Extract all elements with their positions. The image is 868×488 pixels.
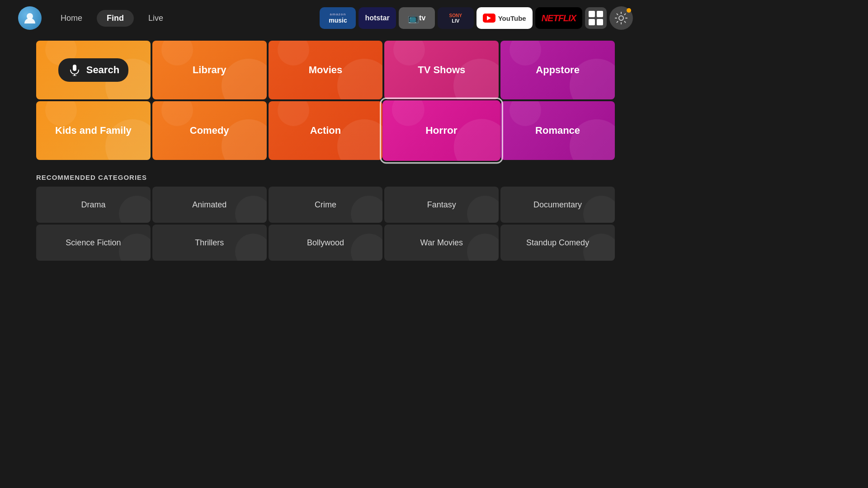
recommended-grid: Drama Animated Crime Fantasy Documentary… [36, 187, 615, 261]
app-hotstar[interactable]: hotstar [359, 7, 396, 29]
rec-tile-war-movies[interactable]: War Movies [384, 225, 499, 261]
nav-find[interactable]: Find [97, 10, 134, 27]
youtube-icon [483, 14, 495, 23]
tile-comedy[interactable]: Comedy [152, 101, 267, 160]
top-nav: Home Find Live amazon music hotstar 📺 tv… [0, 0, 651, 36]
hotstar-label: hotstar [365, 14, 389, 22]
thrillers-label: Thrillers [195, 238, 224, 248]
library-label: Library [193, 64, 226, 76]
tile-search[interactable]: Search [36, 41, 151, 99]
tile-horror[interactable]: Horror [383, 100, 500, 161]
drama-label: Drama [81, 200, 105, 210]
rec-tile-bollywood[interactable]: Bollywood [269, 225, 383, 261]
grid-cell-3 [589, 19, 595, 25]
action-label: Action [310, 125, 341, 136]
category-grid: Search Library Movies TV Shows Appstore … [36, 41, 615, 160]
search-button[interactable]: Search [58, 58, 128, 82]
romance-label: Romance [535, 125, 580, 136]
youtube-label: YouTube [498, 14, 526, 22]
amazon-bottom-label: music [329, 17, 347, 24]
app-amazon-music[interactable]: amazon music [320, 7, 356, 29]
sony-label: SONY [449, 13, 462, 18]
tile-library[interactable]: Library [152, 41, 267, 99]
mic-icon [67, 63, 82, 77]
settings-button[interactable] [609, 6, 633, 30]
rec-tile-documentary[interactable]: Documentary [500, 187, 615, 223]
tv-text: tv [419, 14, 425, 22]
tile-tvshows[interactable]: TV Shows [384, 41, 499, 99]
recommended-title: RECOMMENDED CATEGORIES [36, 174, 615, 181]
movies-label: Movies [309, 64, 343, 76]
fantasy-label: Fantasy [427, 200, 456, 210]
grid-cell-2 [597, 11, 603, 17]
app-youtube[interactable]: YouTube [476, 7, 533, 29]
app-tv[interactable]: 📺 tv [399, 7, 435, 29]
bollywood-label: Bollywood [307, 238, 344, 248]
grid-cell-4 [597, 19, 603, 25]
rec-tile-drama[interactable]: Drama [36, 187, 151, 223]
comedy-label: Comedy [190, 125, 229, 136]
crime-label: Crime [315, 200, 336, 210]
rec-tile-scifi[interactable]: Science Fiction [36, 225, 151, 261]
tile-movies[interactable]: Movies [269, 41, 383, 99]
horror-label: Horror [426, 125, 458, 137]
animated-label: Animated [192, 200, 226, 210]
avatar[interactable] [18, 6, 42, 30]
rec-tile-fantasy[interactable]: Fantasy [384, 187, 499, 223]
documentary-label: Documentary [533, 200, 582, 210]
nav-live[interactable]: Live [138, 10, 173, 27]
netflix-label: NETFLIX [542, 13, 576, 23]
grid-cell-1 [589, 11, 595, 17]
scifi-label: Science Fiction [66, 238, 121, 248]
app-netflix[interactable]: NETFLIX [535, 7, 582, 29]
amazon-top-label: amazon [330, 12, 346, 16]
tile-kids[interactable]: Kids and Family [36, 101, 151, 160]
rec-tile-thrillers[interactable]: Thrillers [152, 225, 267, 261]
app-grid-button[interactable] [585, 7, 607, 29]
appstore-label: Appstore [536, 64, 580, 76]
streaming-apps: amazon music hotstar 📺 tv SONY LIV YouTu… [320, 6, 633, 30]
nav-home[interactable]: Home [51, 10, 92, 27]
main-content: Search Library Movies TV Shows Appstore … [0, 36, 651, 270]
tvshows-label: TV Shows [418, 64, 465, 76]
tv-label: 📺 [408, 13, 419, 23]
war-movies-label: War Movies [420, 238, 463, 248]
rec-tile-standup-comedy[interactable]: Standup Comedy [500, 225, 615, 261]
rec-tile-animated[interactable]: Animated [152, 187, 267, 223]
sony-liv-label: LIV [452, 18, 459, 23]
tile-romance[interactable]: Romance [500, 101, 615, 160]
app-sony-liv[interactable]: SONY LIV [438, 7, 474, 29]
svg-point-1 [619, 16, 623, 20]
kids-label: Kids and Family [55, 125, 132, 136]
tile-action[interactable]: Action [269, 101, 383, 160]
standup-comedy-label: Standup Comedy [526, 238, 589, 248]
rec-tile-crime[interactable]: Crime [269, 187, 383, 223]
tile-appstore[interactable]: Appstore [500, 41, 615, 99]
search-label: Search [86, 64, 119, 76]
svg-rect-2 [73, 65, 76, 71]
